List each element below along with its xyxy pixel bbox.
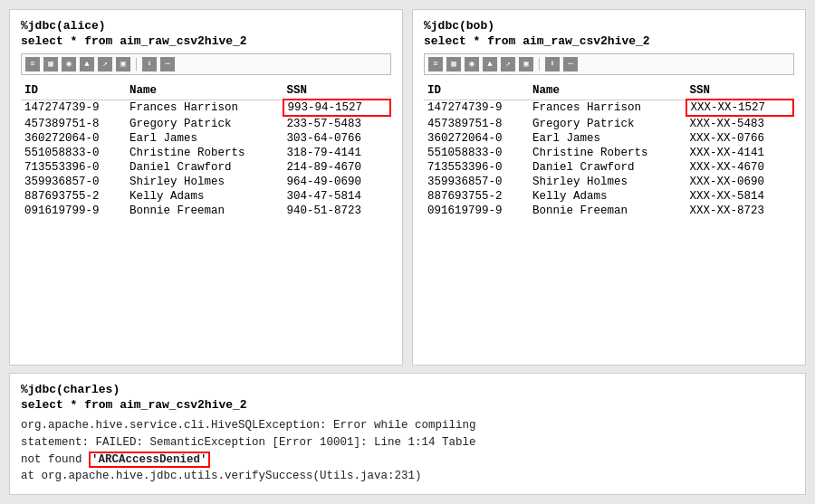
- bob-col-name: Name: [529, 82, 686, 100]
- cell-name: Daniel Crawford: [529, 160, 686, 175]
- cell-name: Frances Harrison: [529, 100, 686, 116]
- table-row: 457389751-8Gregory Patrick233-57-5483: [21, 116, 390, 131]
- cell-id: 147274739-9: [21, 100, 126, 116]
- bob-toolbar-icon-4[interactable]: ▲: [483, 57, 497, 71]
- table-row: 147274739-9Frances HarrisonXXX-XX-1527: [424, 100, 793, 116]
- cell-id: 457389751-8: [424, 116, 529, 131]
- cell-ssn: 303-64-0766: [283, 131, 391, 146]
- table-row: 360272064-0Earl James303-64-0766: [21, 131, 390, 146]
- cell-name: Gregory Patrick: [529, 116, 686, 131]
- charles-title: %jdbc(charles): [21, 383, 794, 396]
- cell-ssn: XXX-XX-5483: [686, 116, 794, 131]
- bob-title: %jdbc(bob): [424, 19, 794, 33]
- bob-toolbar-icon-5[interactable]: ↗: [501, 57, 515, 71]
- table-row: 359936857-0Shirley HolmesXXX-XX-0690: [424, 175, 793, 189]
- table-row: 887693755-2Kelly AdamsXXX-XX-5814: [424, 189, 793, 204]
- table-row: 713553396-0Daniel CrawfordXXX-XX-4670: [424, 160, 793, 175]
- toolbar-icon-6[interactable]: ▣: [116, 57, 130, 71]
- table-row: 360272064-0Earl JamesXXX-XX-0766: [424, 131, 793, 146]
- table-row: 091619799-9Bonnie FreemanXXX-XX-8723: [424, 204, 793, 218]
- charles-panel: %jdbc(charles) select * from aim_raw_csv…: [9, 373, 806, 495]
- cell-name: Christine Roberts: [126, 146, 283, 160]
- cell-ssn: XXX-XX-0766: [686, 131, 794, 146]
- cell-id: 091619799-9: [21, 204, 126, 218]
- charles-arc-highlight: 'ARCAccessDenied': [89, 452, 210, 468]
- cell-id: 887693755-2: [21, 189, 126, 204]
- charles-error: org.apache.hive.service.cli.HiveSQLExcep…: [21, 417, 794, 485]
- toolbar-icon-1[interactable]: ≡: [25, 57, 40, 71]
- cell-name: Bonnie Freeman: [529, 204, 686, 218]
- bob-toolbar-icon-7[interactable]: ⬇: [545, 57, 560, 71]
- table-row: 713553396-0Daniel Crawford214-89-4670: [21, 160, 390, 175]
- cell-ssn: 233-57-5483: [283, 116, 391, 131]
- table-row: 359936857-0Shirley Holmes964-49-0690: [21, 175, 390, 189]
- cell-name: Christine Roberts: [529, 146, 686, 160]
- toolbar-icon-8[interactable]: ⋯: [160, 57, 175, 71]
- cell-id: 360272064-0: [21, 131, 126, 146]
- bob-toolbar-icon-6[interactable]: ▣: [519, 57, 533, 71]
- charles-error-line4: at org.apache.hive.jdbc.utils.verifySucc…: [21, 470, 422, 482]
- cell-id: 147274739-9: [424, 100, 529, 116]
- bob-col-ssn: SSN: [686, 82, 794, 100]
- cell-ssn: 993-94-1527: [283, 100, 391, 116]
- cell-ssn: XXX-XX-0690: [686, 175, 794, 189]
- alice-query: select * from aim_raw_csv2hive_2: [21, 34, 391, 48]
- cell-name: Bonnie Freeman: [126, 204, 283, 218]
- alice-title: %jdbc(alice): [21, 19, 391, 33]
- cell-ssn: XXX-XX-8723: [686, 204, 794, 218]
- toolbar-icon-2[interactable]: ▦: [43, 57, 58, 71]
- cell-name: Frances Harrison: [126, 100, 283, 116]
- cell-id: 551058833-0: [21, 146, 126, 160]
- table-row: 551058833-0Christine RobertsXXX-XX-4141: [424, 146, 793, 160]
- toolbar-icon-7[interactable]: ⬇: [142, 57, 157, 71]
- bob-toolbar-icon-2[interactable]: ▦: [446, 57, 461, 71]
- bob-col-id: ID: [424, 82, 529, 100]
- top-row: %jdbc(alice) select * from aim_raw_csv2h…: [9, 9, 806, 366]
- cell-ssn: 318-79-4141: [283, 146, 391, 160]
- alice-col-name: Name: [126, 82, 283, 100]
- bob-panel: %jdbc(bob) select * from aim_raw_csv2hiv…: [412, 9, 806, 366]
- charles-error-line1: org.apache.hive.service.cli.HiveSQLExcep…: [21, 419, 476, 432]
- alice-col-id: ID: [21, 82, 126, 100]
- cell-name: Kelly Adams: [126, 189, 283, 204]
- bob-toolbar: ≡ ▦ ◉ ▲ ↗ ▣ ⬇ ⋯: [424, 53, 794, 75]
- alice-toolbar: ≡ ▦ ◉ ▲ ↗ ▣ ⬇ ⋯: [21, 53, 391, 75]
- cell-name: Daniel Crawford: [126, 160, 283, 175]
- bob-toolbar-icon-3[interactable]: ◉: [465, 57, 479, 71]
- charles-error-line2: statement: FAILED: SemanticException [Er…: [21, 436, 476, 449]
- alice-col-ssn: SSN: [283, 82, 391, 100]
- bob-table: ID Name SSN 147274739-9Frances HarrisonX…: [424, 82, 794, 218]
- cell-id: 091619799-9: [424, 204, 529, 218]
- cell-ssn: 964-49-0690: [283, 175, 391, 189]
- cell-name: Shirley Holmes: [529, 175, 686, 189]
- cell-name: Earl James: [529, 131, 686, 146]
- charles-error-line3-before: not found: [21, 453, 89, 466]
- cell-name: Gregory Patrick: [126, 116, 283, 131]
- table-row: 551058833-0Christine Roberts318-79-4141: [21, 146, 390, 160]
- bob-query: select * from aim_raw_csv2hive_2: [424, 34, 794, 48]
- cell-id: 457389751-8: [21, 116, 126, 131]
- toolbar-icon-5[interactable]: ↗: [98, 57, 112, 71]
- table-row: 457389751-8Gregory PatrickXXX-XX-5483: [424, 116, 793, 131]
- cell-ssn: XXX-XX-4670: [686, 160, 794, 175]
- bob-toolbar-sep: [539, 58, 540, 71]
- cell-ssn: 940-51-8723: [283, 204, 391, 218]
- cell-ssn: 214-89-4670: [283, 160, 391, 175]
- table-row: 091619799-9Bonnie Freeman940-51-8723: [21, 204, 390, 218]
- charles-query: select * from aim_raw_csv2hive_2: [21, 398, 794, 412]
- cell-name: Earl James: [126, 131, 283, 146]
- cell-name: Kelly Adams: [529, 189, 686, 204]
- cell-ssn: XXX-XX-5814: [686, 189, 794, 204]
- toolbar-icon-4[interactable]: ▲: [80, 57, 94, 71]
- cell-id: 359936857-0: [424, 175, 529, 189]
- cell-ssn: 304-47-5814: [283, 189, 391, 204]
- cell-id: 713553396-0: [21, 160, 126, 175]
- table-row: 887693755-2Kelly Adams304-47-5814: [21, 189, 390, 204]
- bob-toolbar-icon-1[interactable]: ≡: [428, 57, 443, 71]
- table-row: 147274739-9Frances Harrison993-94-1527: [21, 100, 390, 116]
- cell-ssn: XXX-XX-1527: [686, 100, 794, 116]
- alice-table: ID Name SSN 147274739-9Frances Harrison9…: [21, 82, 391, 218]
- bob-toolbar-icon-8[interactable]: ⋯: [563, 57, 578, 71]
- toolbar-icon-3[interactable]: ◉: [62, 57, 76, 71]
- cell-id: 713553396-0: [424, 160, 529, 175]
